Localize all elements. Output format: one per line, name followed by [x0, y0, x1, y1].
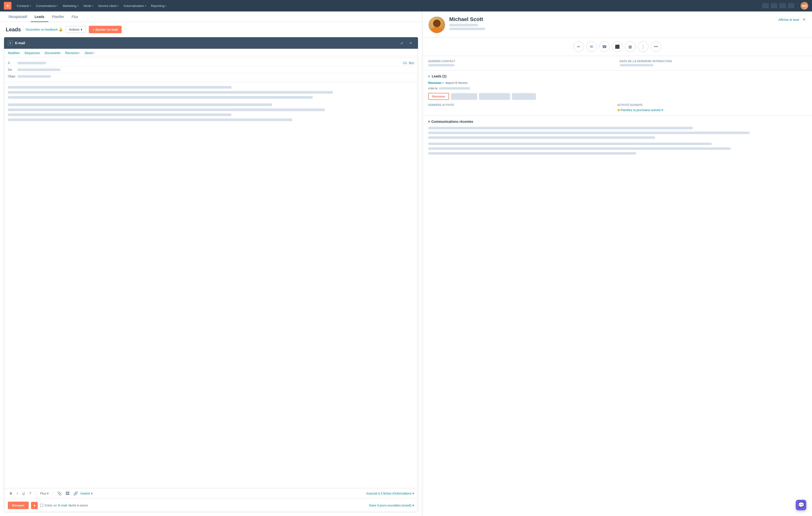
status-text[interactable]: Nouveau [428, 81, 441, 85]
toolbar-modeles[interactable]: Modèles [8, 51, 20, 55]
view-lead-link[interactable]: Afficher le lead [779, 18, 799, 22]
cc-link[interactable]: Cc [403, 61, 407, 65]
format-underline-button[interactable]: U [21, 491, 27, 496]
planify-chevron-icon: ▾ [662, 108, 663, 112]
add-lead-button[interactable]: + Ajouter un lead [89, 26, 121, 33]
toolbar-devis[interactable]: Devis [85, 51, 94, 55]
actions-label: Actions [69, 28, 79, 31]
planify-dot-icon [617, 109, 620, 111]
tab-flux[interactable]: Flux [68, 11, 82, 22]
nav-chevron-vente: ▾ [92, 4, 93, 7]
nav-chevron-reporting: ▾ [165, 4, 167, 7]
bcc-link[interactable]: Bcc [409, 61, 414, 65]
last-contact-col: Dernier contact [428, 60, 615, 66]
attachment-icon[interactable]: 📎 [56, 491, 63, 496]
screen-icon-btn[interactable]: ⬛ [612, 41, 622, 52]
email-subject-value[interactable] [18, 75, 414, 78]
comm-skeleton-1 [428, 127, 693, 129]
insert-link[interactable]: Insérer ▾ [81, 492, 93, 495]
email-expand-button[interactable]: ⤢ [398, 40, 405, 46]
email-to-value[interactable] [18, 62, 401, 64]
nav-settings-btn[interactable] [779, 3, 786, 8]
phone-icon-btn[interactable]: ☎ [599, 41, 610, 52]
avatar-image [429, 17, 445, 33]
nav-item-service[interactable]: Service client▾ [96, 3, 121, 9]
meeting-icon-btn[interactable]: ⋮ [638, 41, 648, 52]
more-icon-btn[interactable]: ••• [651, 41, 661, 52]
nav-help-btn[interactable] [771, 3, 777, 8]
create-task-checkbox[interactable] [40, 504, 43, 507]
nav-item-automatisation[interactable]: Automatisation▾ [121, 3, 149, 9]
calendar-icon: ▦ [628, 45, 632, 49]
toolbar-documents[interactable]: Documents [45, 51, 60, 55]
association-link[interactable]: Associé à 3 fiches d'informations ▾ [366, 492, 414, 495]
last-contact-skeleton [428, 64, 455, 66]
pipeline-nouveau-btn[interactable]: Nouveau [428, 93, 449, 100]
email-fields: À Cc Bcc De Objet [4, 57, 418, 82]
user-avatar[interactable]: MS [801, 2, 808, 9]
leads-section-header: ▾ Leads (1) [428, 74, 806, 78]
email-from-value[interactable] [18, 68, 414, 71]
last-interaction-col: Date de la dernière interaction [620, 60, 807, 66]
email-compose-panel: ▾ E-mail ⤢ × Modèles Séquences Documents… [4, 37, 418, 512]
create-label: Créer un [45, 504, 57, 507]
email-format-bar: B I U T Plus ▾ 📎 🖼 🔗 Insérer ▾ Assoc [4, 488, 418, 498]
last-activity-label: DERNIÈRE ACTIVITÉ [428, 104, 613, 106]
contact-name: Michael Scott [449, 16, 775, 23]
actions-button[interactable]: Actions ▾ [65, 26, 86, 33]
image-icon[interactable]: 🖼 [64, 491, 71, 496]
nav-item-reporting[interactable]: Reporting▾ [149, 3, 169, 9]
edit-icon-btn[interactable]: ✏ [573, 41, 584, 52]
email-send-bar: Envoyer ■ Créer un E-mail tâche à suivre… [4, 498, 418, 512]
send-button[interactable]: Envoyer [8, 502, 29, 509]
feedback-link[interactable]: Soumettre un feedback 🔔 [26, 28, 63, 31]
tab-planifier[interactable]: Planifier [48, 11, 68, 22]
task-follow-label: tâche à suivre [68, 504, 88, 507]
email-body[interactable] [4, 82, 418, 488]
nav-apps-btn[interactable] [788, 3, 794, 8]
status-chevron-icon: ▾ [442, 82, 443, 84]
tab-recap[interactable]: Récapitulatif [5, 11, 31, 22]
format-plus-button[interactable]: Plus ▾ [38, 491, 50, 496]
actions-chevron: ▾ [81, 28, 82, 31]
link-icon[interactable]: 🔗 [72, 491, 80, 496]
toolbar-sequences[interactable]: Séquences [24, 51, 40, 55]
email-to-skeleton [18, 62, 46, 64]
calendar-icon-btn[interactable]: ▦ [625, 41, 636, 52]
screen-share-icon: ⬛ [615, 45, 620, 49]
nav-chevron-automatisation: ▾ [145, 4, 146, 7]
hubspot-logo[interactable] [4, 2, 11, 9]
comm-collapse-icon[interactable]: ▾ [428, 120, 430, 123]
send-options-button[interactable]: ■ [31, 502, 38, 509]
nav-search-btn[interactable] [762, 3, 769, 8]
lead-status-row: Nouveau ▾ depuis 6 heures [428, 81, 806, 85]
info-row: Dernier contact Date de la dernière inte… [428, 60, 806, 66]
email-close-button[interactable]: × [407, 40, 414, 46]
planify-link[interactable]: Planifiez la prochaine activité ▾ [617, 108, 802, 112]
contact-info-section: Dernier contact Date de la dernière inte… [423, 56, 812, 70]
toolbar-reunions[interactable]: Réunions [65, 51, 80, 55]
chat-bubble-button[interactable]: 💬 [796, 500, 806, 510]
nav-label-service: Service client [98, 4, 117, 8]
create-task-wrapper: Créer un E-mail tâche à suivre [40, 504, 88, 507]
schedule-link[interactable]: Dans 3 jours ouvrables (mardi) ▾ [369, 504, 414, 507]
tab-leads[interactable]: Leads [31, 11, 48, 22]
contact-close-button[interactable]: × [802, 16, 806, 23]
format-italic-button[interactable]: I [15, 491, 20, 496]
format-bold-button[interactable]: B [8, 491, 14, 496]
task-type-link[interactable]: E-mail [58, 504, 67, 507]
avatar-initials: MS [801, 2, 808, 9]
nav-label-automatisation: Automatisation [123, 4, 144, 8]
nav-item-vente[interactable]: Vente▾ [81, 3, 96, 9]
nav-item-conversations[interactable]: Conversations▾ [33, 3, 60, 9]
nav-item-marketing[interactable]: Marketing▾ [60, 3, 81, 9]
email-from-row: De [8, 66, 414, 73]
pipeline-skeleton-2 [479, 93, 510, 100]
comm-skeleton-5 [428, 147, 730, 150]
email-icon-btn[interactable]: ✉ [586, 41, 597, 52]
comm-skeleton-3 [428, 136, 655, 139]
email-minimize-button[interactable]: ▾ [8, 40, 13, 46]
leads-collapse-icon[interactable]: ▾ [428, 75, 430, 78]
format-strikethrough-button[interactable]: T [27, 491, 33, 496]
nav-item-contacts[interactable]: Contacts▾ [14, 3, 33, 9]
